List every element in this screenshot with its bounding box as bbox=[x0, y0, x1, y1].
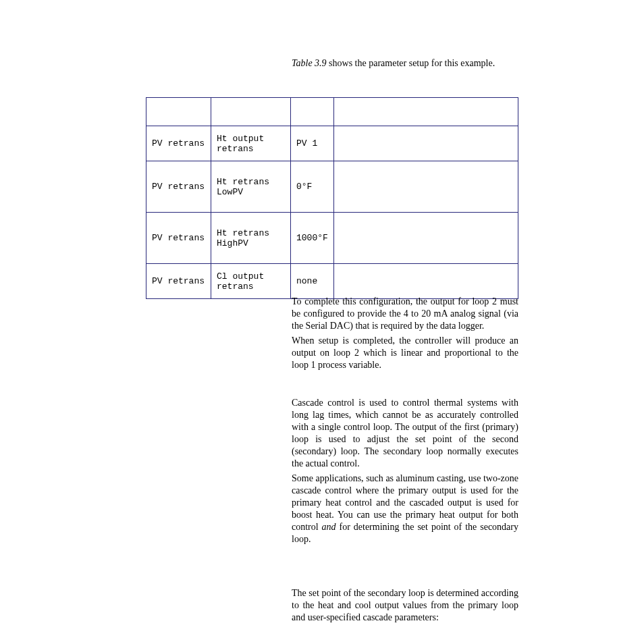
paragraph: Some applications, such as aluminum cast… bbox=[292, 473, 518, 545]
cell: Ht retrans LowPV bbox=[211, 161, 291, 213]
cell: PV retrans bbox=[146, 213, 211, 264]
intro-line: Table 3.9 shows the parameter setup for … bbox=[292, 58, 521, 69]
cell bbox=[334, 264, 518, 299]
paragraph: The set point of the secondary loop is d… bbox=[292, 587, 518, 624]
col-header-1 bbox=[211, 98, 291, 126]
paragraph: To complete this configuration, the outp… bbox=[292, 296, 518, 332]
paragraph: Cascade control is used to control therm… bbox=[292, 397, 518, 469]
table-row: PV retrans Ht retrans HighPV 1000°F bbox=[146, 213, 518, 264]
table-row: PV retrans Ht output retrans PV 1 bbox=[146, 126, 518, 161]
cell: none bbox=[291, 264, 334, 299]
cell: 1000°F bbox=[291, 213, 334, 264]
text-italic: and bbox=[322, 522, 336, 532]
table-ref: Table 3.9 bbox=[292, 58, 327, 68]
cell: PV retrans bbox=[146, 161, 211, 213]
cell: 0°F bbox=[291, 161, 334, 213]
cell bbox=[334, 161, 518, 213]
paragraph: When setup is completed, the controller … bbox=[292, 335, 518, 371]
cell: Ht output retrans bbox=[211, 126, 291, 161]
cell: PV retrans bbox=[146, 264, 211, 299]
cell: Ht retrans HighPV bbox=[211, 213, 291, 264]
cell: Cl output retrans bbox=[211, 264, 291, 299]
cell bbox=[334, 126, 518, 161]
cell: PV retrans bbox=[146, 126, 211, 161]
cell: PV 1 bbox=[291, 126, 334, 161]
col-header-3 bbox=[334, 98, 518, 126]
page: Table 3.9 shows the parameter setup for … bbox=[0, 0, 644, 644]
col-header-0 bbox=[146, 98, 211, 126]
intro-text: shows the parameter setup for this examp… bbox=[327, 58, 495, 68]
cell bbox=[334, 213, 518, 264]
table-row: PV retrans Cl output retrans none bbox=[146, 264, 518, 299]
table-row: PV retrans Ht retrans LowPV 0°F bbox=[146, 161, 518, 213]
col-header-2 bbox=[291, 98, 334, 126]
parameter-table: PV retrans Ht output retrans PV 1 PV ret… bbox=[146, 97, 518, 299]
